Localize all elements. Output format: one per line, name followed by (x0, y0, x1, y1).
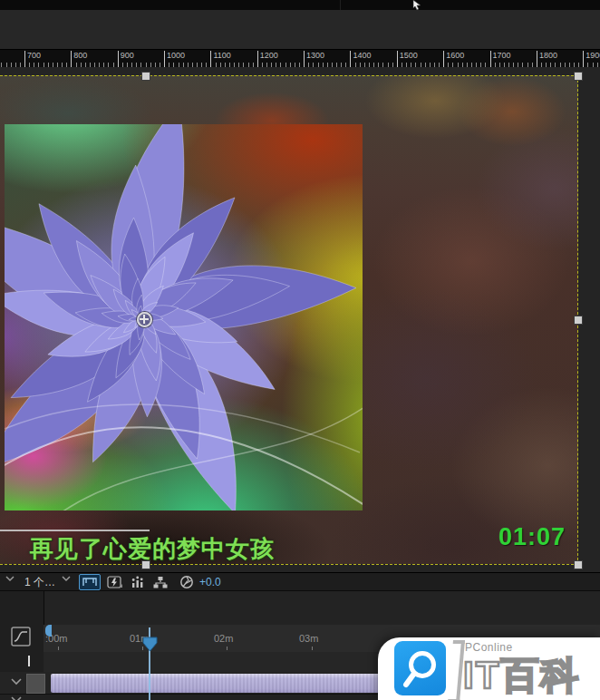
timecode-overlay: 01:07 (498, 523, 566, 551)
ruler-label: 1600 (446, 51, 464, 60)
fractal-flower-image (5, 124, 363, 510)
ruler-label: 1000 (167, 51, 185, 60)
layer-expand-chevron-icon[interactable] (10, 676, 23, 687)
viewer-toolbar: 1 个… (0, 572, 600, 591)
ruler-label: 1200 (260, 51, 278, 60)
ruler-major-tick (257, 51, 258, 67)
ruler-major-tick (583, 51, 584, 67)
ruler-label: 1100 (213, 51, 230, 60)
panel-divider (340, 0, 341, 10)
composition-horizontal-ruler[interactable]: 7008009001000110012001300140015001600170… (0, 49, 600, 68)
fast-previews-button[interactable] (107, 574, 123, 590)
region-of-interest-button[interactable] (79, 574, 101, 590)
watermark-title: IT百科 (463, 650, 580, 700)
ruler-label: 1900 (585, 51, 600, 60)
work-area-start-handle[interactable] (45, 625, 52, 637)
layer-label-chip[interactable] (26, 674, 45, 694)
subtitle-underline (0, 530, 150, 531)
ruler-major-tick (443, 51, 444, 67)
region-of-interest-icon (82, 577, 98, 588)
ruler-label: 1800 (539, 51, 557, 60)
selection-handle[interactable] (574, 72, 583, 81)
timeline-tick (312, 647, 313, 650)
view-layout-chevron-icon[interactable] (61, 574, 72, 590)
composition-flowchart-button[interactable] (152, 574, 169, 590)
view-layout-select[interactable]: 1 个… (24, 575, 55, 590)
ruler-major-tick (490, 51, 491, 67)
ruler-major-tick (537, 51, 537, 67)
selection-handle[interactable] (574, 560, 583, 569)
layer2-expand-chevron-icon[interactable] (10, 695, 23, 700)
subtitle-text: 再见了心爱的梦中女孩 (30, 533, 275, 565)
selection-handle[interactable] (141, 72, 150, 81)
app-window: 7008009001000110012001300140015001600170… (0, 0, 600, 700)
ruler-major-tick (118, 51, 119, 67)
playhead-handle[interactable] (142, 637, 158, 652)
timeline-button[interactable] (130, 574, 146, 590)
composition-viewer[interactable]: 再见了心爱的梦中女孩 01:07 (0, 67, 600, 572)
ruler-label: 1700 (493, 51, 511, 60)
lightning-icon (107, 576, 123, 589)
timeline-chart-icon (130, 576, 146, 588)
panel-options-chevron-icon[interactable] (5, 574, 15, 590)
ruler-label: 700 (27, 51, 41, 60)
ruler-label: 1300 (306, 51, 324, 60)
ruler-major-tick (24, 51, 25, 67)
panel-header-area (0, 10, 600, 50)
ruler-major-tick (397, 51, 398, 67)
exposure-value-field[interactable]: +0.0 (199, 576, 221, 588)
ruler-major-tick (304, 51, 305, 67)
purple-spiral-flower (5, 124, 363, 510)
graph-editor-icon[interactable] (11, 627, 31, 647)
ruler-label: 900 (121, 51, 134, 60)
ruler-major-tick (210, 51, 211, 67)
timeline-time-label: 02m (214, 633, 233, 644)
ruler-label: 1400 (353, 51, 371, 60)
ruler-label: 1500 (400, 51, 418, 60)
layer-anchor-point[interactable] (137, 312, 152, 327)
timeline-tick (58, 647, 59, 650)
ruler-label: 800 (73, 51, 87, 60)
timeline-tick (227, 647, 227, 650)
ruler-major-tick (350, 51, 351, 67)
selection-handle[interactable] (574, 316, 583, 325)
mouse-cursor-icon (412, 0, 423, 10)
watermark-card: PConline IT百科 (378, 637, 600, 700)
magnifier-icon (394, 641, 446, 695)
shutter-icon (179, 575, 194, 589)
ruler-major-tick (164, 51, 165, 67)
selection-handle[interactable] (141, 560, 150, 569)
column-marker (28, 656, 30, 666)
reset-exposure-button[interactable] (179, 574, 194, 590)
timeline-time-label: 03m (299, 633, 318, 644)
watermark-logo (394, 641, 446, 695)
ruler-major-tick (71, 51, 72, 67)
flowchart-icon (152, 576, 169, 588)
title-strip (0, 0, 600, 10)
